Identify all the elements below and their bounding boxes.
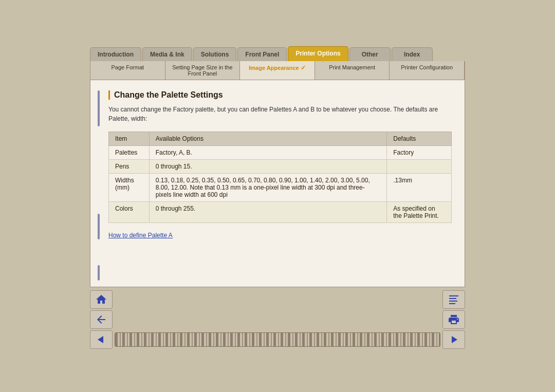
- tab-solutions[interactable]: Solutions: [193, 47, 237, 61]
- next-icon: [448, 333, 460, 346]
- table-row: Colors 0 through 255. As specified on th…: [109, 202, 452, 223]
- table-row: Pens 0 through 15.: [109, 160, 452, 174]
- cell-options-palettes: Factory, A, B.: [149, 146, 386, 160]
- back-button[interactable]: [90, 310, 113, 329]
- cell-options-pens: 0 through 15.: [149, 160, 386, 174]
- table-row: Widths (mm) 0.13, 0.18, 0.25, 0.35, 0.50…: [109, 174, 452, 202]
- subtab-printer-configuration[interactable]: Printer Configuration: [390, 61, 465, 80]
- toc-button[interactable]: [442, 290, 465, 309]
- subtab-page-format[interactable]: Page Format: [90, 61, 165, 80]
- how-to-define-palette-link[interactable]: How to define Palette A: [108, 232, 173, 239]
- tab-front-panel[interactable]: Front Panel: [237, 47, 287, 61]
- toc-icon: [448, 293, 460, 306]
- subtab-image-appearance-label: Image Appearance: [249, 65, 299, 71]
- prev-button[interactable]: [90, 330, 113, 349]
- tab-other[interactable]: Other: [349, 47, 391, 61]
- table-row: Palettes Factory, A, B. Factory: [109, 146, 452, 160]
- cell-item-pens: Pens: [109, 160, 150, 174]
- subtab-image-appearance[interactable]: Image Appearance ✓: [240, 61, 315, 80]
- home-icon: [95, 293, 107, 306]
- cell-item-colors: Colors: [109, 202, 150, 223]
- cell-item-widths: Widths (mm): [109, 174, 150, 202]
- home-button[interactable]: [90, 290, 113, 309]
- page-content: Change the Palette Settings You cannot c…: [90, 80, 465, 249]
- cell-defaults-colors: As specified on the Palette Print.: [387, 202, 452, 223]
- right-nav-buttons: [442, 290, 465, 349]
- footer-nav: [90, 290, 465, 349]
- next-button[interactable]: [442, 330, 465, 349]
- intro-text: You cannot change the Factory palette, b…: [108, 105, 452, 123]
- tab-printer-options[interactable]: Printer Options: [288, 46, 348, 61]
- tab-bar: Introduction Media & Ink Solutions Front…: [90, 46, 465, 61]
- tab-media-ink[interactable]: Media & Ink: [142, 47, 192, 61]
- sub-tab-bar: Page Format Setting Page Size in the Fro…: [90, 61, 465, 80]
- prev-icon: [95, 333, 107, 346]
- palette-table: Item Available Options Defaults Palettes…: [108, 132, 452, 223]
- left-accent-1: [98, 90, 100, 126]
- svg-rect-3: [449, 303, 455, 304]
- subtab-setting-page-size[interactable]: Setting Page Size in the Front Panel: [165, 61, 240, 80]
- back-icon: [95, 313, 107, 326]
- cell-defaults-palettes: Factory: [387, 146, 452, 160]
- col-header-defaults: Defaults: [387, 132, 452, 146]
- cell-defaults-widths: .13mm: [387, 174, 452, 202]
- main-content-area: Page Format Setting Page Size in the Fro…: [90, 61, 465, 287]
- cell-options-colors: 0 through 255.: [149, 202, 386, 223]
- svg-rect-2: [449, 301, 457, 302]
- spiral-binding: [115, 332, 440, 347]
- checkmark-icon: ✓: [301, 64, 306, 71]
- subtab-print-management[interactable]: Print Management: [315, 61, 390, 80]
- svg-rect-0: [449, 295, 458, 296]
- print-button[interactable]: [442, 310, 465, 329]
- print-icon: [448, 313, 460, 326]
- col-header-item: Item: [109, 132, 150, 146]
- page-title: Change the Palette Settings: [108, 90, 452, 100]
- tab-introduction[interactable]: Introduction: [90, 47, 141, 61]
- tab-index[interactable]: Index: [392, 47, 433, 61]
- cell-item-palettes: Palettes: [109, 146, 150, 160]
- cell-defaults-pens: [387, 160, 452, 174]
- svg-rect-1: [449, 298, 456, 299]
- col-header-options: Available Options: [149, 132, 386, 146]
- left-accent-3: [98, 265, 100, 281]
- left-nav-buttons: [90, 290, 113, 349]
- cell-options-widths: 0.13, 0.18, 0.25, 0.35, 0.50, 0.65, 0.70…: [149, 174, 386, 202]
- left-accent-2: [98, 214, 100, 239]
